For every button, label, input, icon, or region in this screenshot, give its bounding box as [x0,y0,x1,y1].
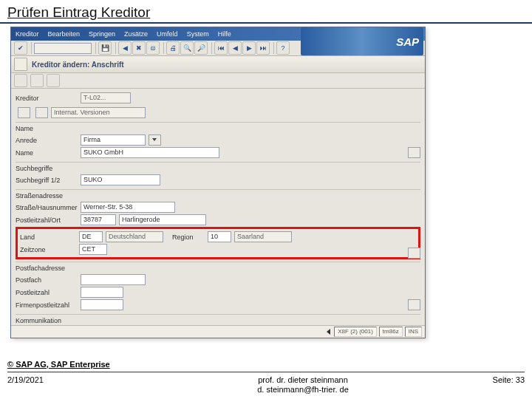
zeitzone-label: Zeitzone [20,246,76,253]
app-toolbar [11,73,425,89]
suchbegriff-input[interactable]: SUKO [81,174,160,185]
menu-item[interactable]: Hilfe [218,30,231,38]
find-icon[interactable]: 🔍 [180,41,194,55]
group-street: Straßenadresse [16,191,420,201]
zeitzone-input[interactable]: CET [79,244,107,255]
postfach-label: Postfach [16,276,78,284]
save-icon[interactable]: 💾 [98,41,112,55]
land-label: Land [20,233,76,241]
next-icon[interactable]: ▶ [242,41,256,55]
menu-item[interactable]: Springen [89,30,115,38]
slide-footer: © SAP AG, SAP Enterprise 2/19/2021 prof.… [7,360,525,395]
land-text: Deutschland [106,231,163,242]
menu-item[interactable]: Zusätze [124,30,148,38]
cancel-icon[interactable]: ⦻ [146,41,160,55]
doc-icon [14,58,27,71]
name-input[interactable]: SUKO GmbH [81,147,219,158]
findnext-icon[interactable]: 🔎 [194,41,208,55]
status-system: X8F (2) (001) [334,327,377,337]
status-triangle-icon [327,329,330,335]
kreditor-label: Kreditor [16,95,78,102]
preview2-icon[interactable] [35,107,48,118]
firmenpostlz-input[interactable] [81,299,123,310]
last-icon[interactable]: ⏭ [256,41,270,55]
anrede-dropdown-icon[interactable] [149,134,161,146]
status-mode: INS [405,327,422,337]
first-icon[interactable]: ⏮ [214,41,228,55]
firmenpostlz-label: Firmenpostleitzahl [16,301,78,309]
name-label: Name [16,149,78,157]
print-icon[interactable]: 🖨 [166,41,180,55]
status-client: tm86z [379,327,403,337]
land-input[interactable]: DE [79,231,103,242]
toolbtn3-icon[interactable] [47,74,60,87]
footer-email: d. steinmann@fh-trier. de [155,385,451,395]
menu-bar: Kreditor Bearbeiten Springen Zusätze Umf… [11,27,425,41]
transaction-title-bar: Kreditor ändern: Anschrift [11,56,425,73]
postfachplz-input[interactable] [81,287,123,298]
menu-item[interactable]: Kreditor [16,30,39,38]
group-pobox: Postfachadresse [16,264,420,273]
expand-pobox-icon[interactable] [408,299,420,310]
menu-item[interactable]: System [187,30,209,38]
menu-item[interactable]: Bearbeiten [48,30,81,38]
postfach-input[interactable] [81,274,146,285]
expand-street-icon[interactable] [408,248,420,259]
command-field[interactable] [34,43,92,54]
back-icon[interactable]: ◀ [118,41,132,55]
help-icon[interactable]: ? [276,41,290,55]
transaction-title: Kreditor ändern: Anschrift [32,61,124,69]
anrede-label: Anrede [16,137,78,144]
ok-icon[interactable]: ✔ [14,41,27,55]
sap-logo: SAP [301,27,423,55]
plz-input[interactable]: 38787 [81,214,116,225]
footer-date: 2/19/2021 [7,375,155,384]
content-area: Kreditor T-L02... Internat. Versionen Na… [11,89,425,326]
kreditor-input[interactable]: T-L02... [81,92,131,103]
page-title: Prüfen Eintrag Kreditor [0,0,532,24]
preview-icon[interactable] [18,107,30,118]
copyright: © SAP AG, SAP Enterprise [7,360,525,369]
strasse-input[interactable]: Werner-Str. 5-38 [81,202,175,213]
international-versions[interactable]: Internat. Versionen [51,107,146,118]
toolbtn2-icon[interactable] [30,74,44,87]
region-input[interactable]: 10 [208,231,231,242]
region-label: Region [172,233,205,241]
menu-item[interactable]: Umfeld [157,30,178,38]
ort-input[interactable]: Harlingerode [119,214,206,225]
postfachplz-label: Postleitzahl [16,289,78,296]
footer-author: prof. dr. dieter steinmann [155,375,451,385]
anrede-input[interactable]: Firma [81,134,146,146]
region-text: Saarland [234,231,292,242]
exit-icon[interactable]: ✖ [132,41,146,55]
footer-page: Seite: 33 [451,375,525,384]
group-search: Suchbegriffe [16,164,420,174]
suchbegriff-label: Suchbegriff 1/2 [16,177,78,184]
plz-label: Postleitzahl/Ort [16,216,78,224]
group-name: Name [16,124,420,134]
expand-icon[interactable] [408,147,420,158]
strasse-label: Straße/Hausnummer [16,204,78,211]
status-bar: X8F (2) (001) tm86z INS [11,325,425,338]
toolbtn1-icon[interactable] [14,74,27,87]
sap-window: Kreditor Bearbeiten Springen Zusätze Umf… [10,27,426,338]
prev-icon[interactable]: ◀ [228,41,242,55]
